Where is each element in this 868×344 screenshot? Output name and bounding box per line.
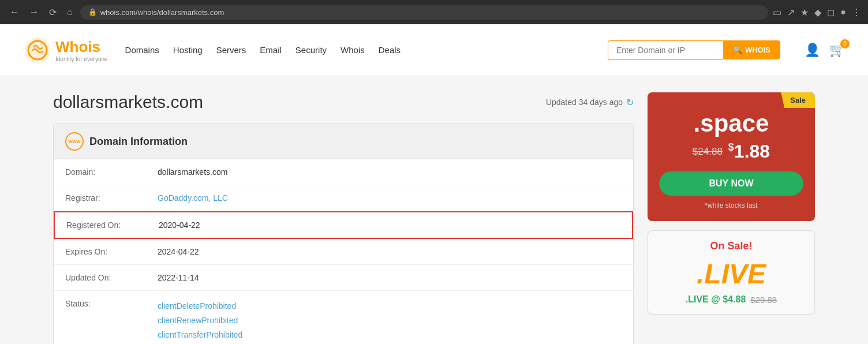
reload-button[interactable]: ⟳	[46, 6, 59, 19]
field-value-updated-on: 2022-11-14	[158, 273, 622, 282]
field-value-registrar[interactable]: GoDaddy.com, LLC	[158, 193, 622, 203]
cart-badge: 0	[840, 39, 850, 48]
url-text: whois.com/whois/dollarsmarkets.com	[100, 8, 761, 17]
browser-actions: ▭ ↗ ★ ◆ ◻ ● ⋮	[773, 7, 861, 18]
table-row: Registrar: GoDaddy.com, LLC	[54, 185, 633, 211]
currency-sup: $	[728, 141, 734, 153]
space-new-price: $1.88	[728, 141, 770, 162]
buy-now-button[interactable]: BUY NOW	[659, 171, 803, 196]
back-button[interactable]: ←	[7, 6, 22, 18]
nav-whois[interactable]: Whois	[341, 43, 365, 57]
status-line-3: clientTransferProhibited	[158, 328, 622, 342]
nav-servers[interactable]: Servers	[216, 43, 246, 57]
field-label-expires-on: Expires On:	[65, 247, 158, 256]
user-icon[interactable]: 👤	[805, 43, 820, 58]
info-table: Domain: dollarsmarkets.com Registrar: Go…	[54, 159, 633, 344]
search-area: 🔍 WHOIS	[608, 40, 780, 60]
stock-note: *while stocks last	[659, 201, 803, 210]
on-sale-title: On Sale!	[657, 240, 805, 252]
table-row-highlighted: Registered On: 2020-04-22	[54, 211, 633, 239]
table-row: Updated On: 2022-11-14	[54, 265, 633, 291]
bookmark-icon[interactable]: ★	[800, 7, 809, 18]
profile-icon[interactable]: ●	[840, 7, 846, 17]
nav-security[interactable]: Security	[295, 43, 327, 57]
field-label-updated-on: Updated On:	[65, 273, 158, 282]
promo-card-live: On Sale! .LIVE .LIVE @ $4.88 $29.88	[648, 230, 815, 315]
refresh-icon[interactable]: ↻	[626, 97, 634, 108]
logo-whois-text: Whois	[55, 38, 108, 56]
header-icons: 👤 🛒 0	[805, 43, 845, 58]
live-price-area: .LIVE @ $4.88 $29.88	[657, 294, 805, 305]
status-line-1: clientDeleteProhibited	[158, 299, 622, 313]
promo-card-space: Sale .space $24.88 $1.88 BUY NOW *while …	[648, 92, 815, 221]
nav-domains[interactable]: Domains	[125, 43, 159, 57]
cart-icon[interactable]: 🛒 0	[829, 43, 845, 58]
field-value-registered-on: 2020-04-22	[159, 220, 620, 230]
logo-area[interactable]: Whois Identity for everyone	[23, 36, 108, 65]
updated-text: Updated 34 days ago	[546, 98, 623, 107]
www-icon: www	[65, 132, 84, 151]
field-label-registrar: Registrar:	[65, 193, 158, 203]
search-button[interactable]: 🔍 WHOIS	[723, 40, 780, 59]
field-label-status: Status:	[65, 299, 158, 308]
field-value-expires-on: 2024-04-22	[158, 247, 622, 256]
lock-icon: 🔒	[88, 8, 97, 16]
browser-chrome: ← → ⟳ ⌂ 🔒 whois.com/whois/dollarsmarkets…	[0, 0, 868, 24]
menu-icon[interactable]: ⋮	[852, 7, 861, 18]
logo-text: Whois Identity for everyone	[55, 38, 108, 62]
table-row: Status: clientDeleteProhibited clientRen…	[54, 291, 633, 344]
share-icon[interactable]: ↗	[787, 7, 795, 18]
nav-deals[interactable]: Deals	[379, 43, 401, 57]
table-row: Expires On: 2024-04-22	[54, 239, 633, 265]
nav-menu: Domains Hosting Servers Email Security W…	[125, 43, 590, 57]
sale-badge: Sale	[781, 92, 815, 108]
space-old-price: $24.88	[693, 146, 723, 158]
cast-icon[interactable]: ▭	[773, 7, 781, 18]
address-bar[interactable]: 🔒 whois.com/whois/dollarsmarkets.com	[80, 5, 769, 20]
forward-button[interactable]: →	[27, 6, 42, 18]
updated-info: Updated 34 days ago ↻	[546, 97, 634, 108]
live-old-price: $29.88	[750, 295, 777, 305]
search-input[interactable]	[608, 40, 723, 60]
table-row: Domain: dollarsmarkets.com	[54, 159, 633, 185]
price-area: $24.88 $1.88	[659, 141, 803, 162]
live-tld: .LIVE	[657, 258, 805, 290]
domain-card: www Domain Information Domain: dollarsma…	[53, 124, 634, 344]
field-label-domain: Domain:	[65, 167, 158, 177]
card-title: Domain Information	[89, 136, 188, 148]
status-line-2: clientRenewProhibited	[158, 313, 622, 328]
right-column: Sale .space $24.88 $1.88 BUY NOW *while …	[648, 92, 815, 344]
logo-tagline: Identity for everyone	[55, 56, 108, 62]
search-btn-label: WHOIS	[745, 46, 770, 54]
domain-title: dollarsmarkets.com	[53, 92, 203, 112]
live-current-price: .LIVE @ $4.88	[686, 294, 746, 305]
extension-icon[interactable]: ◆	[814, 7, 821, 18]
field-value-domain: dollarsmarkets.com	[158, 167, 622, 177]
left-column: dollarsmarkets.com Updated 34 days ago ↻…	[53, 92, 634, 344]
main-content: dollarsmarkets.com Updated 34 days ago ↻…	[30, 76, 838, 344]
domain-title-area: dollarsmarkets.com Updated 34 days ago ↻	[53, 92, 634, 112]
nav-hosting[interactable]: Hosting	[173, 43, 203, 57]
space-tld: .space	[659, 110, 803, 137]
window-icon[interactable]: ◻	[827, 7, 835, 18]
field-value-status: clientDeleteProhibited clientRenewProhib…	[158, 299, 622, 344]
field-label-registered-on: Registered On:	[66, 220, 159, 230]
logo-icon	[23, 36, 52, 65]
nav-email[interactable]: Email	[260, 43, 282, 57]
card-header: www Domain Information	[54, 124, 633, 159]
site-header: Whois Identity for everyone Domains Host…	[0, 24, 868, 76]
search-icon: 🔍	[733, 46, 742, 54]
home-button[interactable]: ⌂	[64, 6, 76, 18]
